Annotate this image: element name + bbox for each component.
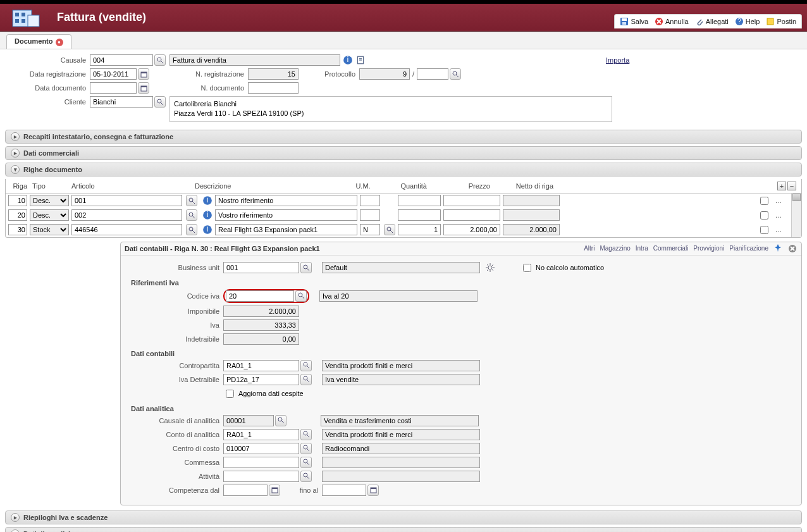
remove-row-button[interactable]: − — [787, 182, 796, 190]
lookup-icon[interactable] — [384, 224, 395, 235]
tipo-select[interactable]: Desc. — [30, 209, 69, 221]
prezzo-input[interactable] — [443, 195, 500, 206]
panel-dati-commerciali[interactable]: ▸Dati commerciali — [5, 146, 802, 160]
riga-input[interactable] — [8, 224, 27, 235]
add-row-button[interactable]: + — [777, 182, 786, 190]
row-more-button[interactable]: … — [771, 226, 786, 233]
bu-lookup-icon[interactable] — [300, 262, 312, 273]
riga-input[interactable] — [8, 195, 27, 206]
conto-analitica-input[interactable] — [223, 429, 299, 440]
cliente-input[interactable] — [90, 96, 153, 108]
data-doc-input[interactable] — [90, 82, 137, 94]
lookup-icon[interactable] — [186, 195, 197, 206]
aggiorna-cespite-checkbox[interactable]: Aggiorna dati cespite — [223, 388, 304, 400]
centro-costo-input[interactable] — [223, 443, 299, 454]
um-input[interactable] — [360, 195, 380, 206]
descrizione-input[interactable] — [215, 224, 357, 235]
attivita-input[interactable] — [223, 471, 299, 482]
info-icon[interactable]: i — [202, 210, 213, 220]
table-row[interactable]: Desc.i… — [6, 194, 791, 208]
protocollo-lookup-icon[interactable] — [450, 68, 461, 80]
descrizione-input[interactable] — [215, 195, 357, 206]
descrizione-input[interactable] — [215, 209, 357, 221]
close-icon[interactable] — [787, 244, 798, 254]
articolo-input[interactable] — [71, 195, 182, 206]
commessa-input[interactable] — [223, 457, 299, 468]
panel-recapiti[interactable]: ▸Recapiti intestatario, consegna e fattu… — [5, 130, 802, 144]
contropartita-input[interactable] — [223, 360, 299, 371]
lookup-icon[interactable] — [300, 457, 312, 468]
causale-lookup-icon[interactable] — [154, 54, 166, 66]
quantita-input[interactable] — [398, 209, 441, 221]
competenza-dal-input[interactable] — [223, 485, 268, 496]
fino-al-input[interactable] — [322, 485, 366, 496]
calendar-icon[interactable] — [138, 82, 149, 94]
prezzo-input[interactable] — [443, 209, 500, 221]
lookup-icon[interactable] — [186, 209, 197, 221]
n-doc-input[interactable] — [248, 82, 299, 94]
import-link[interactable]: Importa — [606, 56, 629, 64]
cliente-lookup-icon[interactable] — [154, 96, 166, 108]
um-input[interactable] — [360, 224, 380, 235]
attachments-button[interactable]: Allegati — [695, 17, 729, 26]
info-icon[interactable]: i — [202, 195, 213, 206]
tipo-select[interactable]: Stock — [30, 224, 69, 235]
lookup-icon[interactable] — [300, 443, 312, 454]
row-checkbox[interactable] — [760, 211, 768, 220]
causale-input[interactable] — [90, 54, 153, 66]
info-icon[interactable]: i — [202, 225, 213, 235]
articolo-input[interactable] — [71, 224, 182, 235]
document-icon[interactable] — [355, 55, 366, 65]
lookup-icon[interactable] — [186, 224, 197, 235]
info-icon[interactable]: i — [343, 55, 353, 65]
row-more-button[interactable]: … — [771, 211, 786, 219]
quantita-input[interactable] — [398, 195, 441, 206]
nocalc-checkbox[interactable]: No calcolo automatico — [521, 262, 604, 274]
calendar-icon[interactable] — [138, 68, 149, 80]
row-checkbox[interactable] — [760, 226, 768, 234]
codice-iva-input[interactable] — [226, 290, 294, 302]
prezzo-input[interactable] — [443, 224, 500, 235]
tipo-select[interactable]: Desc. — [30, 195, 69, 206]
panel-righe-documento[interactable]: ▾Righe documento — [5, 163, 802, 176]
vertical-scrollbar[interactable] — [791, 194, 801, 237]
svg-rect-73 — [371, 488, 376, 489]
panel-riepiloghi[interactable]: ▸Riepiloghi Iva e scadenze — [5, 510, 802, 524]
articolo-input[interactable] — [71, 209, 182, 221]
lookup-icon[interactable] — [275, 415, 286, 426]
codice-iva-lookup-icon[interactable] — [295, 290, 307, 302]
postin-button[interactable]: Postin — [766, 17, 796, 26]
calendar-icon[interactable] — [367, 485, 379, 496]
quantita-input[interactable] — [398, 224, 441, 235]
lookup-icon[interactable] — [300, 360, 312, 371]
panel-spedizione[interactable]: ▸Dati di spedizione — [5, 527, 802, 532]
cancel-button[interactable]: Annulla — [655, 17, 689, 26]
um-input[interactable] — [360, 209, 380, 221]
lookup-icon[interactable] — [300, 429, 312, 440]
iva-label: Iva — [131, 321, 219, 329]
row-more-button[interactable]: … — [771, 197, 786, 204]
detail-tab-altri[interactable]: Altri — [584, 245, 594, 252]
help-button[interactable]: ?Help — [735, 17, 760, 26]
detail-tab-magazzino[interactable]: Magazzino — [600, 245, 630, 252]
calendar-icon[interactable] — [269, 485, 280, 496]
table-row[interactable]: Stocki… — [6, 223, 791, 237]
svg-line-63 — [307, 435, 309, 437]
data-reg-input[interactable] — [90, 68, 137, 80]
row-checkbox[interactable] — [760, 197, 768, 205]
tab-documento[interactable]: Documento● — [6, 34, 71, 49]
pin-icon[interactable] — [773, 244, 782, 254]
protocollo-suffix-input[interactable] — [417, 68, 448, 80]
bu-input[interactable] — [223, 262, 299, 273]
gear-icon[interactable] — [485, 263, 495, 273]
detail-tab-commerciali[interactable]: Commerciali — [653, 245, 689, 252]
iva-detraibile-input[interactable] — [223, 374, 299, 385]
detail-tab-intra[interactable]: Intra — [636, 245, 648, 252]
table-row[interactable]: Desc.i… — [6, 208, 791, 223]
riga-input[interactable] — [8, 209, 27, 221]
lookup-icon[interactable] — [300, 471, 312, 482]
detail-tab-provvigioni[interactable]: Provvigioni — [693, 245, 724, 252]
lookup-icon[interactable] — [300, 374, 312, 385]
save-button[interactable]: Salva — [620, 17, 648, 26]
detail-tab-pianificazione[interactable]: Pianificazione — [729, 245, 768, 252]
